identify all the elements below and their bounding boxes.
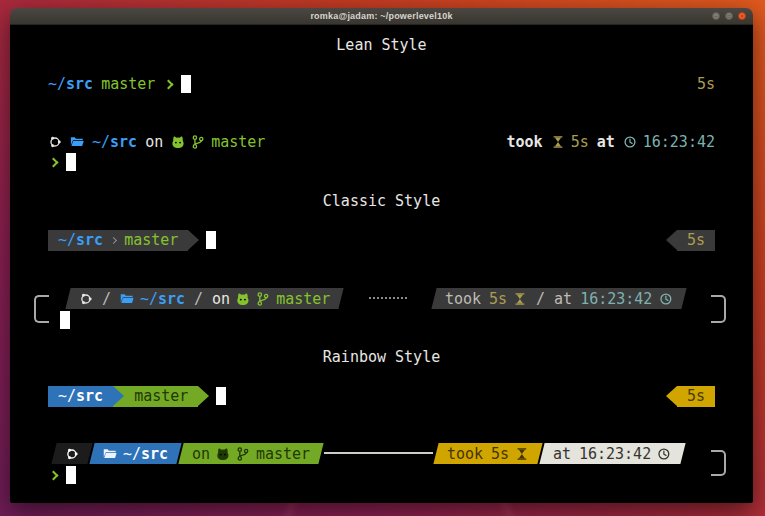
classic2-path: src	[158, 289, 185, 307]
git-branch-icon	[236, 446, 250, 460]
classic-prompt-2: / ~/src / on master	[34, 287, 726, 331]
segment-separator: /	[194, 289, 203, 307]
rainbow2-took-label: took	[447, 444, 483, 462]
lean1-branch: master	[101, 75, 155, 93]
close-button[interactable]: ×	[738, 12, 746, 20]
classic1-duration: 5s	[687, 231, 705, 249]
powerline-arrow-icon	[666, 386, 677, 406]
classic2-right-segment: took 5s / at 16:23:42	[432, 288, 687, 309]
github-icon	[236, 291, 250, 305]
clock-icon	[623, 135, 637, 149]
rainbow-prompt-2: ~/src on master	[48, 442, 726, 484]
classic-style-heading: Classic Style	[48, 191, 715, 211]
lean2-branch: master	[211, 133, 265, 151]
lean2-duration: 5s	[571, 133, 589, 151]
classic1-left-segment: ~/src master	[48, 230, 188, 251]
hourglass-icon	[514, 291, 528, 305]
rainbow2-at-label: at	[553, 444, 571, 462]
classic2-path-prefix: ~/	[140, 289, 158, 307]
lean1-path-prefix: ~/	[48, 75, 66, 93]
rainbow1-duration: 5s	[687, 387, 705, 405]
prompt-chevron-icon	[164, 79, 174, 89]
lean1-path: src	[66, 75, 93, 93]
git-branch-icon	[256, 291, 270, 305]
rainbow1-branch-segment: master	[113, 386, 198, 407]
terminal-cursor	[206, 231, 216, 249]
os-icon	[48, 135, 62, 149]
window-titlebar[interactable]: romka@jadam: ~/powerlevel10k − □ ×	[10, 8, 753, 25]
classic-prompt-2-line1: / ~/src / on master	[34, 287, 726, 309]
prompt-frame-left	[34, 295, 49, 323]
rainbow2-path-prefix: ~/	[123, 444, 141, 462]
powerline-arrow-icon	[198, 386, 209, 406]
classic2-left-segment: / ~/src / on master	[65, 288, 344, 309]
lean2-time: 16:23:42	[643, 133, 715, 151]
rainbow1-path-segment: ~/src	[48, 386, 113, 407]
lean1-duration: 5s	[697, 75, 715, 93]
lean-prompt-2-line2	[48, 152, 715, 172]
rainbow2-left-segments: ~/src on master	[51, 443, 324, 464]
dotted-connector	[341, 297, 434, 299]
terminal-cursor	[66, 153, 76, 171]
rainbow-prompt-2-line2	[48, 464, 726, 486]
rainbow-prompt-1: ~/src master 5s	[48, 385, 715, 407]
separator-chevron-icon	[110, 236, 117, 243]
powerline-arrow-icon	[188, 230, 199, 250]
github-icon	[171, 135, 185, 149]
hourglass-icon	[515, 446, 529, 460]
window-title: romka@jadam: ~/powerlevel10k	[10, 11, 753, 21]
lean-prompt-2-line1: ~/src on master took 5s at 16:23:42	[48, 132, 715, 152]
lean-style-heading: Lean Style	[48, 35, 715, 55]
folder-icon	[70, 135, 84, 149]
classic2-took-label: took	[445, 289, 481, 307]
classic1-path: src	[76, 231, 103, 249]
segment-separator: /	[102, 289, 111, 307]
classic-prompt-2-line2	[34, 309, 726, 331]
github-icon	[216, 446, 230, 460]
classic1-branch: master	[124, 231, 178, 249]
rainbow2-branch: master	[256, 444, 310, 462]
terminal-screen[interactable]: Lean Style ~/src master 5s ~/src on mast…	[10, 25, 753, 503]
rainbow2-duration: 5s	[491, 444, 509, 462]
prompt-frame-right	[711, 295, 726, 323]
git-branch-icon	[191, 135, 205, 149]
folder-icon	[103, 446, 117, 460]
rainbow-style-heading: Rainbow Style	[48, 347, 715, 367]
lean2-path: src	[110, 133, 137, 151]
clock-icon	[659, 291, 673, 305]
minimize-button[interactable]: −	[712, 12, 720, 20]
hourglass-icon	[551, 135, 565, 149]
powerline-arrow-icon	[666, 230, 677, 250]
rainbow-prompt-2-line1: ~/src on master	[48, 442, 726, 464]
classic2-at-label: at	[555, 289, 573, 307]
classic1-path-prefix: ~/	[58, 231, 76, 249]
classic1-right-segment: 5s	[677, 230, 715, 251]
terminal-cursor	[216, 387, 226, 405]
lean2-took-label: took	[507, 133, 543, 151]
classic-style-title: Classic Style	[323, 192, 440, 210]
maximize-button[interactable]: □	[725, 12, 733, 20]
classic-prompt-1: ~/src master 5s	[48, 229, 715, 251]
segment-separator: /	[537, 289, 546, 307]
clock-icon	[657, 446, 671, 460]
powerline-arrow-icon	[113, 386, 124, 406]
line-connector	[321, 452, 435, 454]
window-controls: − □ ×	[712, 8, 746, 24]
lean-style-title: Lean Style	[336, 36, 426, 54]
terminal-window: romka@jadam: ~/powerlevel10k − □ × Lean …	[10, 8, 753, 503]
rainbow2-right-segments: took 5s at 16:23:42	[433, 443, 685, 464]
classic2-duration: 5s	[490, 289, 508, 307]
prompt-frame-right	[711, 450, 726, 476]
rainbow2-time: 16:23:42	[579, 444, 651, 462]
rainbow2-on-label: on	[192, 444, 210, 462]
prompt-chevron-icon	[49, 470, 59, 480]
lean2-at-label: at	[597, 133, 615, 151]
lean-prompt-1: ~/src master 5s	[48, 74, 715, 94]
classic2-time: 16:23:42	[581, 289, 653, 307]
classic2-branch: master	[276, 289, 330, 307]
rainbow1-path-prefix: ~/	[58, 387, 76, 405]
terminal-cursor	[60, 311, 70, 329]
terminal-cursor	[66, 466, 76, 484]
terminal-cursor	[181, 75, 191, 93]
lean2-path-prefix: ~/	[92, 133, 110, 151]
